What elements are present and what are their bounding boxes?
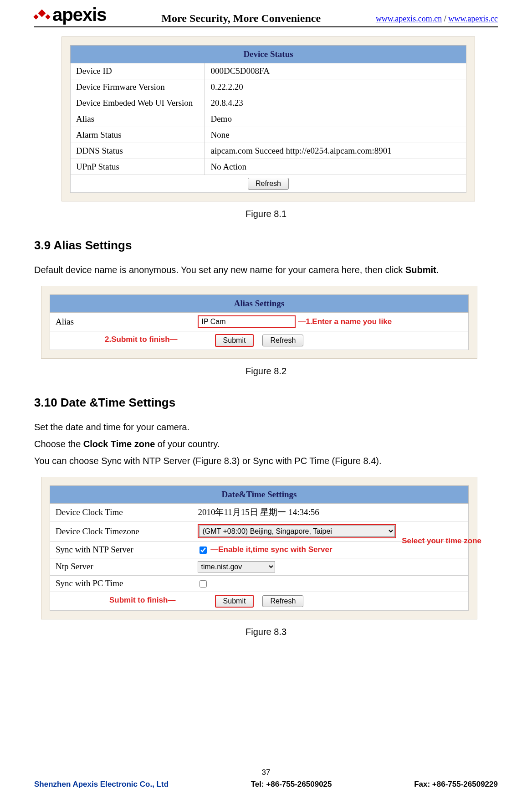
submit-button[interactable]: Submit (215, 334, 254, 347)
page-footer: Shenzhen Apexis Electronic Co., Ltd Tel:… (34, 780, 498, 789)
table-row: AliasDemo (71, 111, 466, 127)
datetime-p2: Choose the Clock Time zone of your count… (34, 438, 498, 451)
logo: apexis (34, 5, 107, 24)
logo-text: apexis (52, 5, 107, 24)
footer-fax: Fax: +86-755-26509229 (414, 780, 498, 789)
device-status-table: Device Status Device ID000DC5D008FA Devi… (70, 45, 466, 193)
ntp-sync-checkbox[interactable] (200, 546, 207, 554)
table-row: Device Embeded Web UI Version20.8.4.23 (71, 95, 466, 111)
annotation-submit: Submit to finish— (109, 596, 175, 605)
annotation-enter-name: —1.Enter a name you like (296, 317, 392, 326)
figure-caption: Figure 8.3 (34, 627, 498, 637)
table-row: Ntp Server time.nist.gov (50, 558, 469, 575)
pc-sync-checkbox[interactable] (200, 580, 207, 588)
heading-datetime-settings: 3.10 Date &Time Settings (34, 396, 498, 410)
alias-paragraph: Default device name is anonymous. You se… (34, 263, 498, 277)
screenshot-device-status: Device Status Device ID000DC5D008FA Devi… (61, 36, 475, 201)
table-title: Device Status (71, 46, 466, 63)
table-title: Date&Time Settings (50, 486, 469, 504)
figure-caption: Figure 8.2 (34, 366, 498, 376)
link-apexis-cc[interactable]: www.apexis.cc (448, 14, 498, 23)
slogan: More Security, More Convenience (161, 13, 321, 24)
refresh-button[interactable]: Refresh (248, 178, 289, 190)
page-number: 37 (0, 768, 532, 777)
annotation-submit: 2.Submit to finish— (105, 335, 178, 344)
ntp-server-select[interactable]: time.nist.gov (198, 561, 275, 572)
screenshot-datetime-settings: Date&Time Settings Device Clock Time2010… (41, 477, 477, 619)
table-row: Device ID000DC5D008FA (71, 63, 466, 79)
page-header: apexis More Security, More Convenience w… (34, 0, 498, 27)
refresh-button[interactable]: Refresh (262, 335, 303, 346)
figure-caption: Figure 8.1 (34, 209, 498, 219)
alias-input[interactable] (198, 315, 296, 328)
refresh-button[interactable]: Refresh (262, 595, 303, 607)
table-row: DDNS Statusaipcam.com Succeed http://e02… (71, 143, 466, 159)
datetime-table: Date&Time Settings Device Clock Time2010… (50, 485, 469, 611)
datetime-p1: Set the date and time for your camera. (34, 421, 498, 434)
table-row: Device Firmware Version0.22.2.20 (71, 79, 466, 95)
table-row: Device Clock Time2010年11月15日 星期一 14:34:5… (50, 504, 469, 521)
table-title: Alias Settings (50, 295, 469, 313)
footer-company: Shenzhen Apexis Electronic Co., Ltd (34, 780, 169, 789)
link-apexis-cn[interactable]: www.apexis.com.cn (376, 14, 442, 23)
timezone-select[interactable]: (GMT +08:00) Beijing, Singapore, Taipei (199, 526, 395, 537)
datetime-p3: You can choose Sync with NTP Server (Fig… (34, 454, 498, 468)
submit-button[interactable]: Submit (215, 595, 254, 608)
table-row: Alias —1.Enter a name you like (50, 313, 469, 331)
annotation-enable-ntp: —Enable it,time sync with Server (210, 545, 332, 554)
logo-icon (34, 10, 50, 19)
table-row: UPnP StatusNo Action (71, 159, 466, 175)
alias-settings-table: Alias Settings Alias —1.Enter a name you… (50, 294, 469, 350)
footer-tel: Tel: +86-755-26509025 (251, 780, 332, 789)
table-row: Sync with PC Time (50, 575, 469, 592)
heading-alias-settings: 3.9 Alias Settings (34, 238, 498, 253)
header-links: www.apexis.com.cn / www.apexis.cc (376, 14, 498, 24)
annotation-select-timezone: Select your time zone (402, 536, 481, 546)
screenshot-alias-settings: Alias Settings Alias —1.Enter a name you… (41, 286, 477, 359)
table-row: Alarm StatusNone (71, 127, 466, 143)
